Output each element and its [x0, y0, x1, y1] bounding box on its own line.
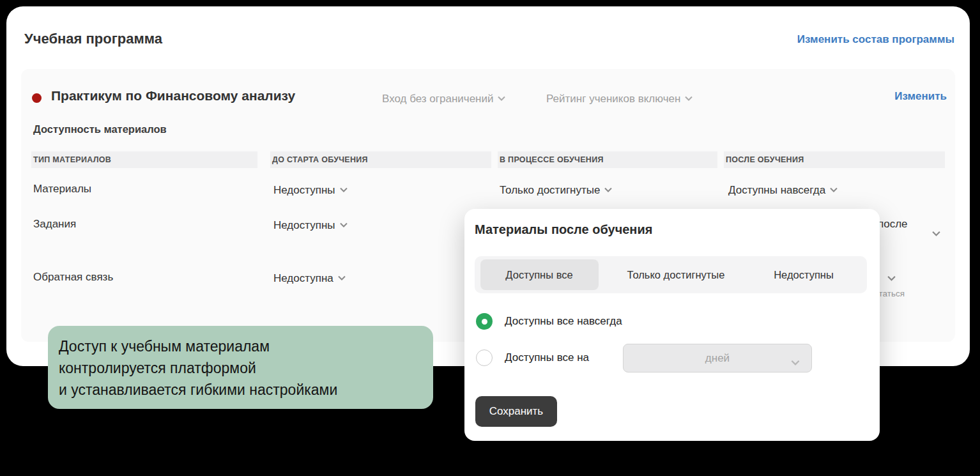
days-count-select[interactable]: дней [623, 344, 812, 372]
radio-forever-label[interactable]: Доступны все навсегда [505, 315, 622, 328]
chevron-down-icon [340, 218, 348, 231]
column-header-material-type: ТИП МАТЕРИАЛОВ [31, 151, 257, 168]
materials-before-start-dropdown[interactable]: Недоступны [273, 183, 348, 197]
column-header-before-start: ДО СТАРТА ОБУЧЕНИЯ [270, 151, 491, 168]
availability-segmented-control: Доступны все Только достигнутые Недоступ… [475, 256, 867, 293]
edit-course-link[interactable]: Изменить [894, 90, 947, 103]
annotation-callout: Доступ к учебным материалам контролирует… [48, 326, 433, 409]
materials-during-dropdown[interactable]: Только достигнутые [500, 183, 612, 197]
dropdown-value: Только достигнутые [500, 184, 600, 196]
days-placeholder: дней [624, 344, 811, 372]
materials-after-training-popup: Материалы после обучения Доступны все То… [464, 209, 880, 441]
chevron-down-icon [604, 183, 612, 196]
radio-forever-selected[interactable] [476, 313, 493, 330]
annotation-line: и устанавливается гибкими настройками [59, 379, 433, 401]
chevron-down-icon[interactable] [932, 227, 940, 239]
chevron-down-icon [338, 271, 346, 284]
row-materials-label: Материалы [33, 183, 91, 196]
course-status-dot-icon [32, 93, 42, 103]
tab-only-achieved[interactable]: Только достигнутые [627, 256, 725, 293]
chevron-down-icon [340, 183, 348, 196]
tab-available-all[interactable]: Доступны все [505, 256, 572, 293]
page-title: Учебная программа [24, 31, 162, 47]
chevron-down-icon [685, 91, 693, 104]
edit-program-composition-link[interactable]: Изменить состав программы [797, 33, 954, 46]
dropdown-value: Недоступна [273, 272, 333, 284]
screenshot-canvas: Учебная программа Изменить состав програ… [0, 0, 980, 476]
dropdown-value: Недоступны [273, 184, 335, 196]
annotation-line: контролируется платформой [59, 357, 433, 379]
rating-value: Рейтинг учеников включен [546, 93, 680, 105]
materials-after-dropdown[interactable]: Доступны навсегда [728, 183, 838, 197]
rating-dropdown[interactable]: Рейтинг учеников включен [546, 91, 693, 105]
save-button[interactable]: Сохранить [475, 396, 557, 427]
annotation-line: Доступ к учебным материалам [59, 335, 433, 357]
chevron-down-icon[interactable] [887, 272, 896, 284]
radio-days-unselected[interactable] [476, 349, 493, 366]
course-title: Практикум по Финансовому анализу [51, 88, 295, 104]
column-header-during: В ПРОЦЕССЕ ОБУЧЕНИЯ [498, 151, 717, 168]
chevron-down-icon [791, 357, 800, 368]
chevron-down-icon [830, 183, 838, 196]
radio-days-label[interactable]: Доступны все на [505, 351, 589, 364]
chevron-down-icon [498, 91, 505, 104]
row-assignments-label: Задания [33, 218, 76, 231]
tab-unavailable[interactable]: Недоступны [774, 256, 834, 293]
entry-mode-value: Вход без ограничений [382, 93, 493, 105]
dropdown-value: Недоступны [273, 219, 335, 231]
popup-title: Материалы после обучения [475, 222, 652, 237]
assignments-after-dropdown-fragment[interactable]: после [878, 218, 908, 231]
column-header-after: ПОСЛЕ ОБУЧЕНИЯ [724, 151, 945, 168]
section-title: Доступность материалов [33, 123, 167, 135]
feedback-before-start-dropdown[interactable]: Недоступна [273, 271, 346, 285]
dropdown-value: Доступны навсегда [728, 184, 825, 196]
row-feedback-label: Обратная связь [33, 271, 113, 284]
entry-mode-dropdown[interactable]: Вход без ограничений [382, 91, 505, 105]
assignments-before-start-dropdown[interactable]: Недоступны [273, 218, 348, 232]
